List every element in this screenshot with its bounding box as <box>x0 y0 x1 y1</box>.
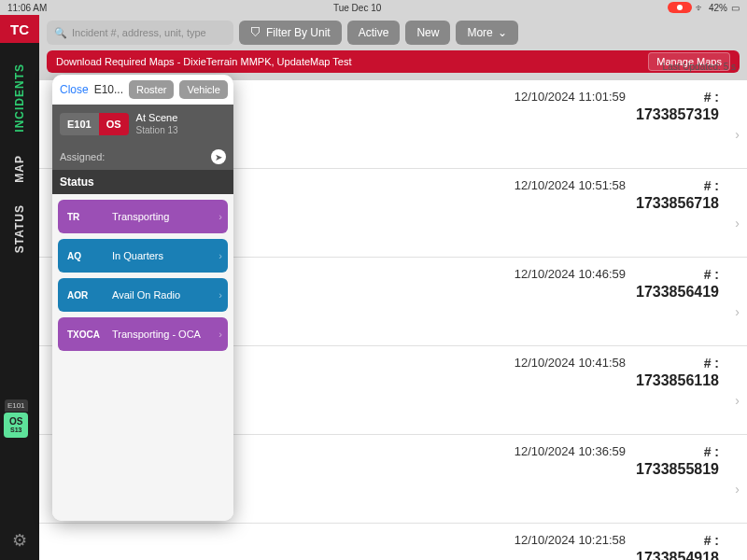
assigned-label: Assigned: <box>60 151 105 162</box>
id-label: # : <box>704 90 719 105</box>
nav-status[interactable]: STATUS <box>13 193 26 264</box>
status-code: AQ <box>67 251 103 261</box>
chevron-right-icon: › <box>735 127 740 142</box>
status-code: TR <box>67 212 103 222</box>
left-sidebar: TC INCIDENTS MAP STATUS E101 OSS13 ⚙ <box>0 15 39 560</box>
status-option[interactable]: AORAvail On Radio› <box>58 278 228 312</box>
filter-button[interactable]: ⛉Filter By Unit <box>239 21 342 45</box>
recording-indicator-icon <box>668 2 692 13</box>
incident-row[interactable]: 12/10/2024 10:21:58# :1733854918› <box>39 524 747 560</box>
timestamp: 12/10/2024 10:46:59 <box>514 267 626 281</box>
incident-id: 1733856718 <box>636 195 719 212</box>
chevron-right-icon: › <box>218 329 222 340</box>
chevron-right-icon: › <box>218 289 222 301</box>
search-placeholder: Incident #, address, unit, type <box>72 27 206 38</box>
id-label: # : <box>704 444 719 459</box>
status-label: Transporting <box>112 211 169 222</box>
toolbar: 🔍 Incident #, address, unit, type ⛉Filte… <box>39 15 747 50</box>
status-icons: ᯤ 42% ▭ <box>668 2 740 13</box>
alert-text: Download Required Maps - DixieTerrain MM… <box>56 56 352 67</box>
unit-station: Station 13 <box>136 125 178 135</box>
incident-id: 1733854918 <box>636 550 719 560</box>
status-label: In Quarters <box>112 250 163 261</box>
chevron-right-icon: › <box>735 216 740 231</box>
unit-info: At Scene Station 13 <box>136 112 178 136</box>
filter-icon: ⛉ <box>250 26 261 39</box>
unit-status: OSS13 <box>4 413 28 438</box>
timestamp: 12/10/2024 10:41:58 <box>514 356 626 370</box>
id-label: # : <box>704 533 719 548</box>
incident-id: 1733856118 <box>636 372 719 389</box>
chevron-right-icon: › <box>735 304 740 319</box>
timestamp: 12/10/2024 10:51:58 <box>514 178 626 192</box>
nav-incidents[interactable]: INCIDENTS <box>13 52 26 144</box>
status-chip: OS <box>99 113 129 135</box>
nav-map[interactable]: MAP <box>13 144 26 194</box>
timestamp: 12/10/2024 10:21:58 <box>514 533 626 547</box>
unit-status-text: At Scene <box>136 112 178 124</box>
current-unit-badge[interactable]: E101 OSS13 <box>4 399 28 438</box>
new-button[interactable]: New <box>405 21 450 45</box>
unit-id: E101 <box>5 399 28 412</box>
chevron-right-icon: › <box>218 250 222 261</box>
unit-chip: E101 <box>60 113 99 135</box>
popover-header: Close E10... Roster Vehicle <box>52 75 233 105</box>
incident-id: 1733855819 <box>636 461 719 478</box>
search-input[interactable]: 🔍 Incident #, address, unit, type <box>47 21 233 45</box>
chevron-right-icon: › <box>735 393 740 408</box>
status-option[interactable]: TRTransporting› <box>58 200 228 233</box>
status-code: TXOCA <box>67 329 103 340</box>
popover-title: E10... <box>94 83 123 96</box>
more-button[interactable]: More⌄ <box>456 21 517 45</box>
chevron-right-icon: › <box>735 482 740 497</box>
status-list: TRTransporting›AQIn Quarters›AORAvail On… <box>52 194 233 521</box>
incident-id: 1733857319 <box>636 106 719 123</box>
battery-text: 42% <box>709 3 727 13</box>
settings-icon[interactable]: ⚙ <box>0 530 39 551</box>
arrow-icon[interactable]: ➤ <box>211 149 226 164</box>
id-label: # : <box>704 356 719 371</box>
device-status-bar: 11:06 AM Tue Dec 10 ᯤ 42% ▭ <box>0 0 747 15</box>
status-label: Transporting - OCA <box>112 329 201 340</box>
active-button[interactable]: Active <box>347 21 401 45</box>
status-option[interactable]: AQIn Quarters› <box>58 239 228 273</box>
timestamp: 12/10/2024 11:01:59 <box>514 90 626 104</box>
chevron-down-icon: ⌄ <box>498 26 507 39</box>
status-code: AOR <box>67 290 103 301</box>
clock: 11:06 AM <box>7 3 47 13</box>
wifi-icon: ᯤ <box>696 3 705 13</box>
roster-button[interactable]: Roster <box>129 80 174 99</box>
close-button[interactable]: Close <box>60 83 89 96</box>
last-updated: Last Updated: 5 s <box>663 62 736 72</box>
status-option[interactable]: TXOCATransporting - OCA› <box>58 317 228 351</box>
unit-row: E101 OS At Scene Station 13 <box>52 105 233 144</box>
vehicle-button[interactable]: Vehicle <box>179 80 227 99</box>
unit-popover: Close E10... Roster Vehicle E101 OS At S… <box>52 75 233 521</box>
assigned-row: Assigned: ➤ <box>52 144 233 170</box>
id-label: # : <box>704 178 719 193</box>
app-logo[interactable]: TC <box>0 15 39 43</box>
timestamp: 12/10/2024 10:36:59 <box>514 444 626 458</box>
battery-icon: ▭ <box>731 3 740 13</box>
incident-id: 1733856419 <box>636 284 719 301</box>
status-label: Avail On Radio <box>112 289 180 301</box>
date: Tue Dec 10 <box>47 3 668 13</box>
id-label: # : <box>704 267 719 282</box>
map-alert-banner: Download Required Maps - DixieTerrain MM… <box>47 50 740 73</box>
search-icon: 🔍 <box>54 27 67 39</box>
status-header: Status <box>52 170 233 194</box>
chevron-right-icon: › <box>218 211 222 222</box>
